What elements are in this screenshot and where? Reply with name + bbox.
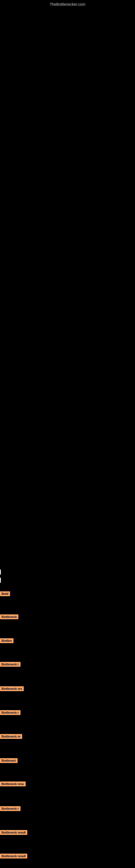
- bottleneck-result-label[interactable]: Bottlenecl: [0, 758, 17, 763]
- bottleneck-result-label[interactable]: Bottleneck r: [0, 806, 20, 811]
- cursor-line-1: [0, 569, 1, 575]
- bottleneck-result-label[interactable]: Bottleneck res: [0, 686, 24, 691]
- bottleneck-result-label[interactable]: Bottleneck: [0, 614, 18, 619]
- bottleneck-result-label[interactable]: Bottlen: [0, 638, 13, 643]
- bottleneck-result-label[interactable]: Bottleneck result: [0, 830, 27, 835]
- bottleneck-result-label[interactable]: Bottleneck result: [0, 854, 27, 859]
- bottleneck-result-label[interactable]: Bottleneck r: [0, 662, 20, 667]
- cursor-line-2: [0, 578, 1, 583]
- bottleneck-result-label[interactable]: Bottleneck re: [0, 734, 22, 739]
- bottleneck-result-label[interactable]: Bottl: [0, 591, 10, 596]
- site-title: TheBottlenecker.com: [50, 2, 85, 6]
- bottleneck-result-label[interactable]: Bottleneck r: [0, 710, 20, 715]
- bottleneck-result-label[interactable]: Bottleneck resu: [0, 781, 26, 786]
